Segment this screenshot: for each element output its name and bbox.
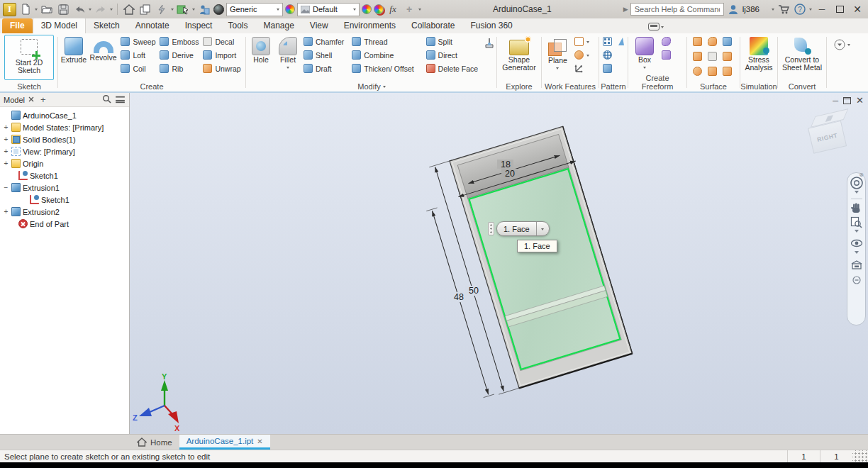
browser-menu-icon[interactable]: [116, 96, 125, 103]
ribbon-display-toggle[interactable]: [648, 23, 664, 33]
browser-add-tab-icon[interactable]: +: [40, 94, 46, 105]
extrude-button[interactable]: Extrude: [60, 35, 87, 80]
unwrap-button[interactable]: Unwrap: [201, 62, 243, 75]
redo-dropdown[interactable]: [110, 9, 113, 12]
navbar-close-icon[interactable]: ⊗: [859, 172, 864, 178]
maximize-button[interactable]: [832, 2, 847, 16]
fillet-dropdown[interactable]: [286, 67, 289, 70]
extend-button[interactable]: [721, 35, 735, 48]
tab-view[interactable]: View: [302, 18, 336, 33]
shape-generator-button[interactable]: Shape Generator: [499, 35, 539, 80]
tab-manage[interactable]: Manage: [255, 18, 301, 33]
help-dropdown[interactable]: [809, 9, 812, 12]
look-at-icon[interactable]: [849, 257, 864, 272]
circular-pattern-button[interactable]: [601, 48, 613, 62]
home-icon[interactable]: [122, 2, 136, 16]
ucs-button[interactable]: [573, 62, 596, 75]
material-select[interactable]: Generic: [226, 3, 283, 16]
sketch-driven-pattern-button[interactable]: [601, 62, 613, 75]
zoom-dropdown[interactable]: [855, 230, 859, 235]
app-store-cart-icon[interactable]: [777, 2, 791, 16]
tree-expander[interactable]: +: [3, 208, 9, 216]
steering-wheel-icon[interactable]: [849, 176, 864, 190]
component-dropdown[interactable]: [192, 9, 195, 12]
stitch-button[interactable]: [691, 35, 706, 48]
tab-inspect[interactable]: Inspect: [177, 18, 221, 33]
user-avatar-icon[interactable]: [726, 2, 740, 16]
open-file-icon[interactable]: [40, 2, 54, 16]
chamfer-button[interactable]: Chamfer: [302, 35, 349, 48]
tree-item-extrusion1-sketch1[interactable]: Sketch1: [0, 194, 129, 206]
tree-item-end-of-part[interactable]: End of Part: [0, 218, 129, 230]
new-file-dropdown[interactable]: [35, 9, 38, 12]
performance-dropdown[interactable]: [171, 9, 174, 12]
tree-item-view[interactable]: + View: [Primary]: [0, 145, 129, 157]
freeform-convert-button[interactable]: [660, 48, 677, 62]
color-wheel-icon[interactable]: [285, 4, 295, 14]
derive-button[interactable]: Derive: [158, 48, 200, 62]
tree-expander[interactable]: +: [3, 135, 9, 143]
add-quick-access-icon[interactable]: +: [402, 2, 416, 16]
trim-button[interactable]: [706, 50, 720, 63]
help-search-input[interactable]: [630, 3, 724, 16]
thread-button[interactable]: Thread: [350, 35, 423, 48]
start-2d-sketch-button[interactable]: Start 2D Sketch: [4, 35, 54, 80]
ruled-surface-button[interactable]: [691, 65, 706, 78]
panel-label-modify[interactable]: Modify: [247, 82, 496, 91]
steering-wheel-dropdown[interactable]: [855, 191, 859, 196]
clear-appearance-icon[interactable]: [374, 4, 384, 14]
tree-item-sketch1[interactable]: Sketch1: [0, 169, 129, 182]
tree-expander[interactable]: +: [3, 160, 9, 167]
user-name[interactable]: lj386: [742, 5, 760, 13]
revolve-button[interactable]: Revolve: [89, 35, 118, 80]
material-browser-icon[interactable]: [213, 4, 224, 15]
iproperties-icon[interactable]: [197, 2, 211, 16]
decal-button[interactable]: Decal: [201, 35, 243, 48]
tree-item-model-states[interactable]: + Model States: [Primary]: [0, 121, 129, 133]
orbit-dropdown[interactable]: [855, 251, 859, 256]
tree-item-root[interactable]: ArduinoCase_1: [0, 109, 129, 121]
draft-button[interactable]: Draft: [302, 62, 349, 75]
import-button[interactable]: Import: [201, 48, 243, 62]
3d-viewport[interactable]: 18 20 48 50 Y Z X ─: [130, 93, 868, 434]
home-doc-tab[interactable]: Home: [130, 435, 179, 450]
shell-button[interactable]: Shell: [302, 48, 349, 62]
tab-fusion360[interactable]: Fusion 360: [462, 18, 520, 33]
tree-item-extrusion2[interactable]: + Extrusion2: [0, 206, 129, 218]
patch-button[interactable]: [706, 35, 720, 48]
tree-expander[interactable]: +: [3, 147, 9, 155]
freeform-box-dropdown[interactable]: [643, 67, 646, 70]
user-dropdown[interactable]: [772, 9, 774, 12]
arduino-case-model[interactable]: [414, 126, 634, 399]
plane-dropdown[interactable]: [556, 67, 559, 71]
browser-tab-close-icon[interactable]: [28, 96, 34, 104]
copy-screenshot-icon[interactable]: [138, 2, 152, 16]
tab-annotate[interactable]: Annotate: [128, 18, 177, 33]
doc-restore-icon[interactable]: [843, 97, 851, 104]
face-selector-value[interactable]: 1. Face: [497, 222, 536, 235]
loft-button[interactable]: Loft: [119, 48, 157, 62]
tree-item-solid-bodies[interactable]: + Solid Bodies(1): [0, 133, 129, 145]
tab-sketch[interactable]: Sketch: [86, 18, 128, 33]
face-selector-widget[interactable]: 1. Face: [488, 221, 550, 236]
performance-icon[interactable]: [155, 2, 169, 16]
mirror-button[interactable]: [617, 35, 625, 48]
minimize-button[interactable]: ─: [814, 2, 830, 16]
zoom-window-icon[interactable]: [849, 215, 864, 229]
search-expand-arrow[interactable]: ▶: [623, 6, 628, 13]
tab-environments[interactable]: Environments: [336, 18, 404, 33]
tab-3d-model[interactable]: 3D Model: [33, 18, 86, 33]
tree-expander[interactable]: −: [3, 184, 9, 191]
emboss-button[interactable]: Emboss: [158, 35, 200, 48]
viewcube[interactable]: RIGHT: [806, 111, 847, 153]
rectangular-pattern-button[interactable]: [601, 35, 613, 48]
new-file-icon[interactable]: [18, 2, 33, 16]
replace-face-button[interactable]: [721, 50, 735, 63]
sculpt-button[interactable]: [691, 50, 706, 63]
doc-tab-close-icon[interactable]: ✕: [257, 438, 262, 445]
quick-access-chevron[interactable]: [418, 9, 421, 12]
hole-button[interactable]: Hole: [248, 35, 274, 80]
widget-grip-handle[interactable]: [488, 222, 494, 235]
appearance-select[interactable]: Default: [297, 3, 360, 16]
orbit-icon[interactable]: [849, 236, 864, 250]
